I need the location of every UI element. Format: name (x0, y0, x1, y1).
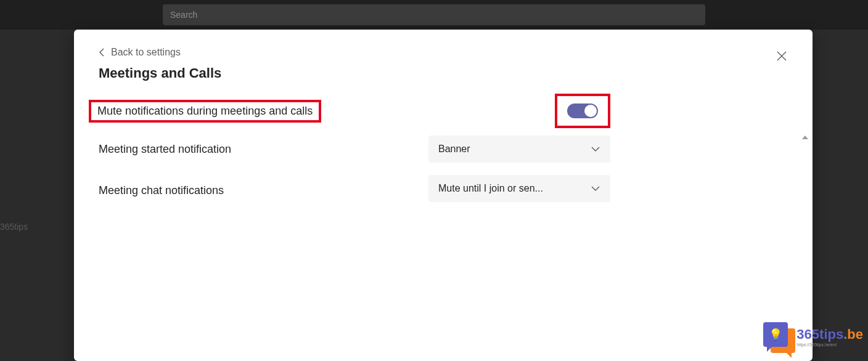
logo-text: 365tips.be https://365tips.be/en/ (796, 328, 863, 347)
back-label: Back to settings (111, 47, 181, 58)
watermark-logo: 💡 365tips.be https://365tips.be/en/ (763, 322, 863, 352)
meeting-chat-dropdown[interactable]: Mute until I join or sen... (428, 175, 610, 202)
scrollbar-up-arrow-icon[interactable] (802, 136, 808, 139)
meeting-started-dropdown[interactable]: Banner (428, 136, 610, 163)
bg-text: 365tips (0, 222, 28, 232)
close-button[interactable] (776, 50, 788, 62)
settings-content: Mute notifications during meetings and c… (74, 94, 813, 202)
setting-label: Meeting chat notifications (99, 184, 224, 197)
search-placeholder: Search (170, 10, 197, 20)
close-icon (776, 51, 787, 62)
highlight-label-box: Mute notifications during meetings and c… (89, 100, 321, 123)
setting-label: Mute notifications during meetings and c… (97, 105, 313, 117)
top-bar: Search (0, 0, 868, 30)
search-input[interactable]: Search (163, 4, 705, 25)
setting-label: Meeting started notification (99, 143, 231, 156)
back-to-settings-link[interactable]: Back to settings (99, 47, 181, 58)
logo-brand: 365tips (796, 327, 843, 342)
page-title: Meetings and Calls (99, 65, 788, 81)
dropdown-value: Banner (438, 144, 470, 155)
logo-url: https://365tips.be/en/ (796, 343, 863, 347)
mute-notifications-toggle[interactable] (567, 103, 598, 118)
logo-suffix: be (847, 327, 863, 342)
setting-row-meeting-chat: Meeting chat notifications Mute until I … (99, 179, 610, 202)
setting-row-mute-notifications: Mute notifications during meetings and c… (99, 94, 610, 128)
highlight-toggle-box (555, 94, 610, 128)
dialog-header: Back to settings Meetings and Calls (74, 30, 813, 81)
chevron-down-icon (591, 185, 600, 192)
chevron-down-icon (591, 146, 600, 152)
logo-icon: 💡 (763, 322, 793, 352)
chevron-left-icon (99, 48, 105, 57)
settings-dialog: Back to settings Meetings and Calls Mute… (74, 30, 813, 361)
dropdown-value: Mute until I join or sen... (438, 183, 543, 194)
setting-row-meeting-started: Meeting started notification Banner (99, 136, 610, 163)
